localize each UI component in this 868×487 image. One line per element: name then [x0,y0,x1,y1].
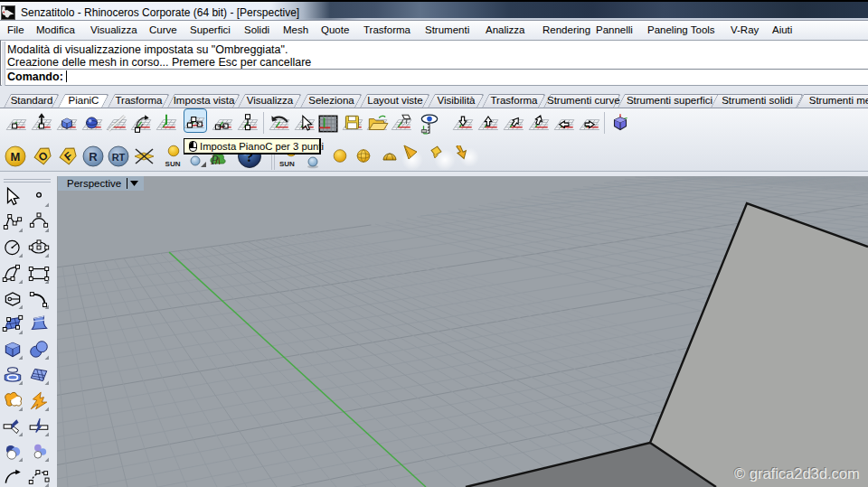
svg-text:R: R [89,150,98,164]
svg-text:SUN: SUN [165,160,181,168]
svg-text:M: M [11,150,21,164]
svg-text:RT: RT [112,152,126,163]
svg-text:SUN: SUN [279,160,295,168]
svg-text:P: P [210,154,219,167]
